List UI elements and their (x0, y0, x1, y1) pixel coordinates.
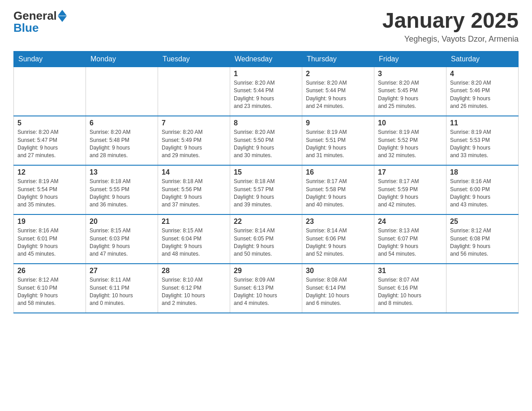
day-info: Sunrise: 8:19 AMSunset: 5:52 PMDaylight:… (378, 128, 442, 160)
day-info: Sunrise: 8:15 AMSunset: 6:03 PMDaylight:… (90, 227, 154, 258)
calendar-week-row: 1Sunrise: 8:20 AMSunset: 5:44 PMDaylight… (14, 67, 519, 116)
calendar-cell: 12Sunrise: 8:19 AMSunset: 5:54 PMDayligh… (14, 165, 86, 214)
calendar-week-row: 5Sunrise: 8:20 AMSunset: 5:47 PMDaylight… (14, 116, 519, 165)
day-info: Sunrise: 8:16 AMSunset: 6:00 PMDaylight:… (450, 178, 515, 209)
day-number: 26 (17, 267, 82, 275)
day-info: Sunrise: 8:19 AMSunset: 5:53 PMDaylight:… (450, 128, 515, 160)
calendar-cell: 21Sunrise: 8:15 AMSunset: 6:04 PMDayligh… (158, 214, 230, 264)
calendar-cell: 11Sunrise: 8:19 AMSunset: 5:53 PMDayligh… (446, 116, 519, 165)
calendar-week-row: 12Sunrise: 8:19 AMSunset: 5:54 PMDayligh… (14, 165, 519, 214)
calendar-cell: 4Sunrise: 8:20 AMSunset: 5:46 PMDaylight… (446, 67, 519, 116)
day-info: Sunrise: 8:08 AMSunset: 6:14 PMDaylight:… (306, 276, 370, 308)
day-info: Sunrise: 8:18 AMSunset: 5:56 PMDaylight:… (162, 178, 226, 209)
day-info: Sunrise: 8:15 AMSunset: 6:04 PMDaylight:… (162, 227, 226, 258)
calendar-cell: 20Sunrise: 8:15 AMSunset: 6:03 PMDayligh… (86, 214, 158, 264)
day-number: 9 (306, 119, 370, 127)
day-number: 28 (162, 267, 226, 275)
day-info: Sunrise: 8:12 AMSunset: 6:10 PMDaylight:… (17, 276, 82, 308)
calendar-cell: 13Sunrise: 8:18 AMSunset: 5:55 PMDayligh… (86, 165, 158, 214)
day-number: 14 (162, 168, 226, 176)
calendar-cell: 29Sunrise: 8:09 AMSunset: 6:13 PMDayligh… (230, 264, 302, 313)
day-info: Sunrise: 8:18 AMSunset: 5:57 PMDaylight:… (234, 178, 298, 209)
day-info: Sunrise: 8:20 AMSunset: 5:48 PMDaylight:… (90, 128, 154, 160)
calendar-subtitle: Yeghegis, Vayots Dzor, Armenia (382, 34, 519, 44)
day-number: 17 (378, 168, 442, 176)
calendar-cell: 28Sunrise: 8:10 AMSunset: 6:12 PMDayligh… (158, 264, 230, 313)
day-info: Sunrise: 8:10 AMSunset: 6:12 PMDaylight:… (162, 276, 226, 308)
day-info: Sunrise: 8:20 AMSunset: 5:47 PMDaylight:… (17, 128, 82, 160)
calendar-cell: 5Sunrise: 8:20 AMSunset: 5:47 PMDaylight… (14, 116, 86, 165)
logo-blue: Blue (13, 21, 39, 35)
day-number: 25 (450, 218, 515, 226)
calendar-cell (86, 67, 158, 116)
calendar-cell (158, 67, 230, 116)
day-number: 5 (17, 119, 82, 127)
day-info: Sunrise: 8:20 AMSunset: 5:45 PMDaylight:… (378, 79, 442, 111)
day-info: Sunrise: 8:14 AMSunset: 6:05 PMDaylight:… (234, 227, 298, 258)
day-number: 15 (234, 168, 298, 176)
calendar-cell: 14Sunrise: 8:18 AMSunset: 5:56 PMDayligh… (158, 165, 230, 214)
calendar-cell: 30Sunrise: 8:08 AMSunset: 6:14 PMDayligh… (302, 264, 374, 313)
calendar-cell: 19Sunrise: 8:16 AMSunset: 6:01 PMDayligh… (14, 214, 86, 264)
day-number: 21 (162, 218, 226, 226)
day-number: 22 (234, 218, 298, 226)
weekday-header: Saturday (446, 51, 519, 67)
day-info: Sunrise: 8:12 AMSunset: 6:08 PMDaylight:… (450, 227, 515, 258)
day-number: 8 (234, 119, 298, 127)
calendar-cell: 31Sunrise: 8:07 AMSunset: 6:16 PMDayligh… (374, 264, 446, 313)
day-info: Sunrise: 8:19 AMSunset: 5:51 PMDaylight:… (306, 128, 370, 160)
weekday-header: Thursday (302, 51, 374, 67)
weekday-header: Wednesday (230, 51, 302, 67)
day-info: Sunrise: 8:18 AMSunset: 5:55 PMDaylight:… (90, 178, 154, 209)
weekday-header: Tuesday (158, 51, 230, 67)
calendar-cell: 15Sunrise: 8:18 AMSunset: 5:57 PMDayligh… (230, 165, 302, 214)
day-info: Sunrise: 8:19 AMSunset: 5:54 PMDaylight:… (17, 178, 82, 209)
day-info: Sunrise: 8:17 AMSunset: 5:59 PMDaylight:… (378, 178, 442, 209)
calendar-cell: 16Sunrise: 8:17 AMSunset: 5:58 PMDayligh… (302, 165, 374, 214)
weekday-header: Friday (374, 51, 446, 67)
calendar-cell: 26Sunrise: 8:12 AMSunset: 6:10 PMDayligh… (14, 264, 86, 313)
calendar-cell: 18Sunrise: 8:16 AMSunset: 6:00 PMDayligh… (446, 165, 519, 214)
calendar-cell: 22Sunrise: 8:14 AMSunset: 6:05 PMDayligh… (230, 214, 302, 264)
weekday-header: Sunday (14, 51, 86, 67)
calendar-cell: 7Sunrise: 8:20 AMSunset: 5:49 PMDaylight… (158, 116, 230, 165)
weekday-header: Monday (86, 51, 158, 67)
calendar-cell: 23Sunrise: 8:14 AMSunset: 6:06 PMDayligh… (302, 214, 374, 264)
day-number: 3 (378, 70, 442, 78)
calendar-cell: 24Sunrise: 8:13 AMSunset: 6:07 PMDayligh… (374, 214, 446, 264)
day-info: Sunrise: 8:07 AMSunset: 6:16 PMDaylight:… (378, 276, 442, 308)
calendar-cell: 25Sunrise: 8:12 AMSunset: 6:08 PMDayligh… (446, 214, 519, 264)
calendar-cell: 10Sunrise: 8:19 AMSunset: 5:52 PMDayligh… (374, 116, 446, 165)
day-info: Sunrise: 8:20 AMSunset: 5:46 PMDaylight:… (450, 79, 515, 111)
day-number: 2 (306, 70, 370, 78)
day-number: 12 (17, 168, 82, 176)
day-info: Sunrise: 8:20 AMSunset: 5:44 PMDaylight:… (306, 79, 370, 111)
calendar-cell: 1Sunrise: 8:20 AMSunset: 5:44 PMDaylight… (230, 67, 302, 116)
logo: General Blue (13, 9, 67, 35)
day-info: Sunrise: 8:14 AMSunset: 6:06 PMDaylight:… (306, 227, 370, 258)
day-number: 4 (450, 70, 515, 78)
day-number: 31 (378, 267, 442, 275)
day-number: 11 (450, 119, 515, 127)
calendar-cell: 6Sunrise: 8:20 AMSunset: 5:48 PMDaylight… (86, 116, 158, 165)
day-number: 20 (90, 218, 154, 226)
day-number: 6 (90, 119, 154, 127)
day-info: Sunrise: 8:20 AMSunset: 5:49 PMDaylight:… (162, 128, 226, 160)
day-number: 7 (162, 119, 226, 127)
day-info: Sunrise: 8:16 AMSunset: 6:01 PMDaylight:… (17, 227, 82, 258)
page-header: General Blue January 2025 Yeghegis, Vayo… (13, 9, 519, 44)
day-info: Sunrise: 8:20 AMSunset: 5:50 PMDaylight:… (234, 128, 298, 160)
day-number: 27 (90, 267, 154, 275)
calendar-cell: 2Sunrise: 8:20 AMSunset: 5:44 PMDaylight… (302, 67, 374, 116)
day-number: 1 (234, 70, 298, 78)
day-number: 19 (17, 218, 82, 226)
day-info: Sunrise: 8:09 AMSunset: 6:13 PMDaylight:… (234, 276, 298, 308)
calendar-cell: 9Sunrise: 8:19 AMSunset: 5:51 PMDaylight… (302, 116, 374, 165)
day-number: 16 (306, 168, 370, 176)
calendar-cell (14, 67, 86, 116)
weekday-header-row: SundayMondayTuesdayWednesdayThursdayFrid… (14, 51, 519, 67)
title-area: January 2025 Yeghegis, Vayots Dzor, Arme… (382, 9, 519, 44)
day-info: Sunrise: 8:13 AMSunset: 6:07 PMDaylight:… (378, 227, 442, 258)
day-number: 30 (306, 267, 370, 275)
calendar-title: January 2025 (382, 9, 519, 33)
